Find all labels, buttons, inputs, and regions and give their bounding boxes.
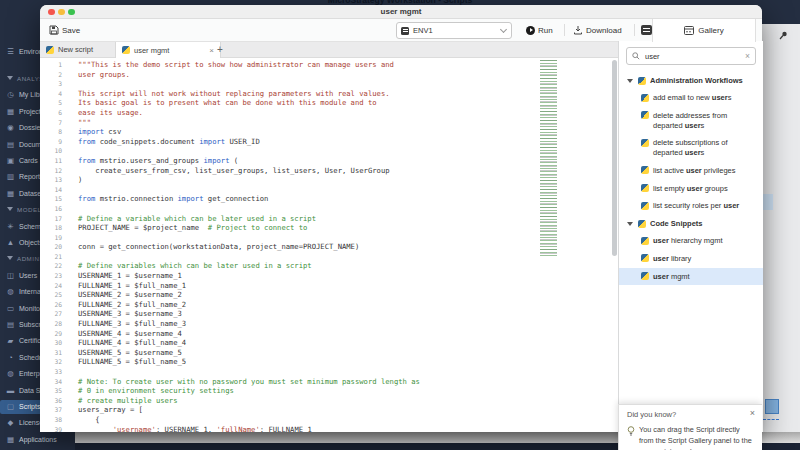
gallery-item[interactable]: delete subscriptions of departed users — [619, 134, 763, 162]
search-input[interactable] — [643, 51, 745, 62]
gallery-item-label: list security roles per user — [653, 201, 757, 211]
tab-user-mgmt[interactable]: user mgmt × — [115, 42, 221, 58]
monitors-icon: ▭ — [6, 302, 15, 316]
code-token: # Define a variable which can be later u… — [78, 214, 316, 223]
code-token: users_array = [ — [78, 405, 143, 414]
variables-button[interactable] — [641, 25, 652, 35]
code-token: ( — [229, 156, 238, 165]
gallery-item[interactable]: list empty user groups — [619, 180, 763, 198]
window-titlebar[interactable]: user mgmt — [40, 5, 762, 19]
code-token: PROJECT_NAME = $project_name — [78, 223, 208, 232]
tab-label: user mgmt — [134, 46, 169, 55]
code-line: # create multiple users — [78, 396, 420, 406]
gallery-group-administration-workflows[interactable]: Administration Workflows — [619, 72, 763, 89]
python-icon — [46, 46, 54, 54]
code-token: """ — [78, 118, 91, 127]
gallery-tree: Administration Workflowsadd email to new… — [619, 72, 763, 285]
line-number: 7 — [40, 118, 76, 128]
gallery-item-label: user hierarchy mgmt — [653, 236, 757, 246]
scrollbar-thumb[interactable] — [612, 60, 617, 256]
gallery-item[interactable]: user library — [619, 250, 763, 268]
chevron-down-icon[interactable] — [7, 256, 13, 260]
minimap[interactable] — [540, 60, 557, 256]
background-app-surface — [762, 24, 800, 443]
chevron-down-icon[interactable] — [7, 207, 13, 211]
chevron-down-icon[interactable] — [7, 76, 13, 80]
sidebar-item-applications[interactable]: ▦Applications — [0, 433, 75, 447]
line-number: 34 — [40, 377, 76, 387]
code-token: import — [178, 194, 204, 203]
script-editor-window: user mgmt Save ENV1 Run Download Gallery — [40, 5, 762, 432]
line-number: 18 — [40, 223, 76, 233]
code-token: 'username' — [113, 425, 156, 432]
line-number: 17 — [40, 214, 76, 224]
code-line — [78, 233, 420, 243]
gallery-search-box[interactable]: × — [626, 47, 756, 65]
vertical-scrollbar[interactable] — [611, 58, 617, 432]
python-icon — [638, 77, 646, 85]
code-editor[interactable]: 1234567891011121314151617181920212223242… — [40, 58, 618, 432]
code-line: # Note: To create user with no password … — [78, 377, 420, 387]
line-number: 38 — [40, 415, 76, 425]
code-token: mstrio.connection — [95, 194, 177, 203]
code-token: code_snippets.document — [95, 137, 199, 146]
gallery-item[interactable]: list security roles per user — [619, 197, 763, 215]
gallery-toggle-tab[interactable]: Gallery — [652, 19, 756, 42]
line-number: 12 — [40, 166, 76, 176]
code-line: import csv — [78, 127, 420, 137]
line-number: 14 — [40, 185, 76, 195]
code-token: from — [78, 137, 95, 146]
line-number: 33 — [40, 367, 76, 377]
reports-icon: ▥ — [6, 170, 15, 184]
gallery-item[interactable]: delete addresses from departed users — [619, 107, 763, 135]
gallery-item[interactable]: add email to new users — [619, 89, 763, 107]
run-button[interactable]: Run — [526, 19, 553, 41]
save-label: Save — [62, 26, 80, 35]
sidebar-item-label: Applications — [19, 436, 57, 443]
download-button[interactable]: Download — [573, 19, 622, 41]
gallery-group-code-snippets[interactable]: Code Snippets — [619, 215, 763, 232]
gallery-item[interactable]: user mgmt — [619, 268, 763, 286]
code-line — [78, 252, 420, 262]
environment-select[interactable]: ENV1 — [396, 22, 512, 39]
chevron-down-icon — [627, 79, 633, 83]
code-token: ) — [78, 175, 82, 184]
close-icon[interactable]: × — [750, 408, 755, 418]
tab-new-script[interactable]: New script — [42, 42, 119, 57]
clear-search-icon[interactable]: × — [745, 51, 750, 61]
line-number: 31 — [40, 348, 76, 358]
code-token: conn = get_connection(workstationData, p… — [78, 242, 359, 251]
gallery-item-label: user mgmt — [653, 272, 757, 282]
code-token: USER_ID — [225, 137, 260, 146]
code-line — [78, 146, 420, 156]
chevron-down-icon — [500, 26, 507, 33]
code-token: Its basic goal is to present what can be… — [78, 98, 377, 107]
python-icon — [641, 272, 649, 280]
line-number: 6 — [40, 108, 76, 118]
projects-icon: ▦ — [6, 105, 15, 119]
code-line: from mstrio.users_and_groups import ( — [78, 156, 420, 166]
line-number: 29 — [40, 329, 76, 339]
code-line: This script will not work without replac… — [78, 89, 420, 99]
gallery-item[interactable]: list active user privileges — [619, 162, 763, 180]
add-tab-button[interactable]: + — [217, 42, 223, 57]
pin-icon[interactable] — [779, 31, 788, 40]
code-token: # create multiple users — [78, 396, 178, 405]
sidebar-item-label: Scripts — [19, 403, 40, 410]
line-number-gutter: 1234567891011121314151617181920212223242… — [40, 60, 76, 432]
code-content[interactable]: """This is the demo script to show how a… — [78, 60, 420, 432]
close-tab-icon[interactable]: × — [209, 46, 214, 55]
line-number: 35 — [40, 386, 76, 396]
code-line: ease its usage. — [78, 108, 420, 118]
line-number: 8 — [40, 127, 76, 137]
code-line: from mstrio.connection import get_connec… — [78, 194, 420, 204]
code-line: FULLNAME_5 = $full_name_5 — [78, 357, 420, 367]
code-line: # 0 in environment security settings — [78, 386, 420, 396]
gallery-item[interactable]: user hierarchy mgmt — [619, 232, 763, 250]
code-line: 'username': USERNAME_1, 'fullName': FULL… — [78, 425, 420, 432]
code-token: # Define variables which can be later us… — [78, 261, 312, 270]
save-button[interactable]: Save — [49, 19, 80, 41]
line-number: 4 — [40, 89, 76, 99]
code-line: USERNAME_5 = $username_5 — [78, 348, 420, 358]
code-token: from — [78, 194, 95, 203]
